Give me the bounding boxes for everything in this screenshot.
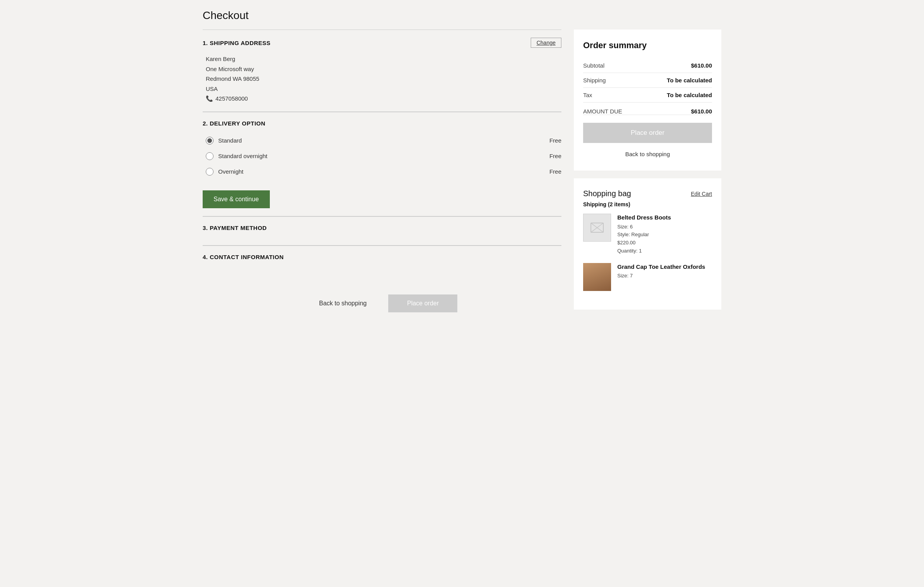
- product-meta-2: Size: 7: [617, 272, 712, 280]
- right-column: Order summary Subtotal $610.00 Shipping …: [574, 30, 721, 310]
- delivery-header: 2. DELIVERY OPTION: [203, 120, 561, 127]
- product-item-1: Belted Dress Boots Size: 6 Style: Regula…: [583, 214, 712, 255]
- payment-header: 3. PAYMENT METHOD: [203, 225, 561, 231]
- shipping-items-label: Shipping (2 items): [583, 201, 712, 207]
- contact-header: 4. CONTACT INFORMATION: [203, 254, 561, 260]
- back-to-shopping-right-button[interactable]: Back to shopping: [583, 148, 712, 160]
- phone-row: 📞 4257058000: [206, 94, 561, 104]
- save-continue-button[interactable]: Save & continue: [203, 190, 270, 208]
- payment-method-section: 3. PAYMENT METHOD: [203, 216, 561, 245]
- summary-row-amount-due: AMOUNT DUE $610.00: [583, 103, 712, 115]
- product-item-2: Grand Cap Toe Leather Oxfords Size: 7: [583, 263, 712, 291]
- payment-title-text: PAYMENT METHOD: [210, 225, 267, 231]
- back-to-shopping-bottom[interactable]: Back to shopping: [307, 294, 379, 312]
- phone-number: 4257058000: [215, 94, 248, 104]
- delivery-options-list: Standard Free Standard overnight Free Ov…: [203, 133, 561, 179]
- contact-title: 4. CONTACT INFORMATION: [203, 254, 284, 260]
- radio-standard-overnight[interactable]: [206, 152, 214, 160]
- option-label-overnight: Overnight: [218, 168, 545, 175]
- shipping-title: 1. SHIPPING ADDRESS: [203, 40, 271, 46]
- product-details-2: Grand Cap Toe Leather Oxfords Size: 7: [617, 263, 712, 291]
- product-meta-1: Size: 6 Style: Regular $220.00 Quantity:…: [617, 223, 712, 255]
- delivery-option-standard[interactable]: Standard Free: [206, 133, 561, 148]
- address-country: USA: [206, 84, 561, 94]
- tax-label: Tax: [583, 92, 592, 98]
- option-price-standard-overnight: Free: [549, 153, 561, 159]
- tax-value: To be calculated: [667, 92, 712, 98]
- shipping-address-section: 1. SHIPPING ADDRESS Change Karen Berg On…: [203, 30, 561, 111]
- shopping-bag-card: Shopping bag Edit Cart Shipping (2 items…: [574, 178, 721, 310]
- delivery-option-overnight[interactable]: Overnight Free: [206, 164, 561, 179]
- product-image-2: [583, 263, 611, 291]
- delivery-option-section: 2. DELIVERY OPTION Standard Free Standar…: [203, 112, 561, 216]
- product-image-1: [583, 214, 611, 242]
- page-title: Checkout: [203, 9, 721, 22]
- payment-title: 3. PAYMENT METHOD: [203, 225, 267, 231]
- phone-icon: 📞: [206, 94, 213, 104]
- subtotal-label: Subtotal: [583, 62, 604, 69]
- contact-title-text: CONTACT INFORMATION: [210, 254, 284, 260]
- section-number-2: 2.: [203, 120, 208, 127]
- shipping-value: To be calculated: [667, 77, 712, 84]
- option-price-standard: Free: [549, 137, 561, 144]
- product-name-1: Belted Dress Boots: [617, 214, 712, 221]
- place-order-right-button[interactable]: Place order: [583, 123, 712, 143]
- shipping-title-text: SHIPPING ADDRESS: [210, 40, 271, 46]
- delivery-option-standard-overnight[interactable]: Standard overnight Free: [206, 148, 561, 164]
- shipping-label: Shipping: [583, 77, 606, 84]
- edit-cart-button[interactable]: Edit Cart: [691, 191, 712, 197]
- section-number-4: 4.: [203, 254, 208, 260]
- amount-due-value: $610.00: [691, 108, 712, 115]
- address-line1: One Microsoft way: [206, 64, 561, 74]
- checkout-form: 1. SHIPPING ADDRESS Change Karen Berg On…: [203, 30, 561, 320]
- product-details-1: Belted Dress Boots Size: 6 Style: Regula…: [617, 214, 712, 255]
- delivery-title-text: DELIVERY OPTION: [210, 120, 265, 127]
- subtotal-value: $610.00: [691, 62, 712, 69]
- amount-due-label: AMOUNT DUE: [583, 108, 622, 115]
- summary-row-tax: Tax To be calculated: [583, 88, 712, 103]
- option-label-standard: Standard: [218, 137, 545, 144]
- contact-info-section: 4. CONTACT INFORMATION: [203, 246, 561, 274]
- shopping-bag-header: Shopping bag Edit Cart: [583, 189, 712, 198]
- shopping-bag-title: Shopping bag: [583, 189, 631, 198]
- option-price-overnight: Free: [549, 168, 561, 175]
- order-summary-card: Order summary Subtotal $610.00 Shipping …: [574, 30, 721, 171]
- section-number-3: 3.: [203, 225, 208, 231]
- product-name-2: Grand Cap Toe Leather Oxfords: [617, 263, 712, 271]
- address-line2: Redmond WA 98055: [206, 74, 561, 84]
- section-number-1: 1.: [203, 40, 208, 46]
- summary-row-shipping: Shipping To be calculated: [583, 73, 712, 88]
- place-order-bottom-button[interactable]: Place order: [388, 294, 457, 312]
- radio-standard[interactable]: [206, 137, 214, 145]
- address-name: Karen Berg: [206, 54, 561, 64]
- summary-row-subtotal: Subtotal $610.00: [583, 58, 712, 73]
- option-label-standard-overnight: Standard overnight: [218, 153, 545, 159]
- address-block: Karen Berg One Microsoft way Redmond WA …: [203, 54, 561, 104]
- order-summary-title: Order summary: [583, 40, 712, 51]
- change-address-button[interactable]: Change: [531, 38, 561, 48]
- bottom-actions: Back to shopping Place order: [203, 287, 561, 320]
- radio-overnight[interactable]: [206, 168, 214, 176]
- delivery-title: 2. DELIVERY OPTION: [203, 120, 266, 127]
- shipping-header: 1. SHIPPING ADDRESS Change: [203, 38, 561, 48]
